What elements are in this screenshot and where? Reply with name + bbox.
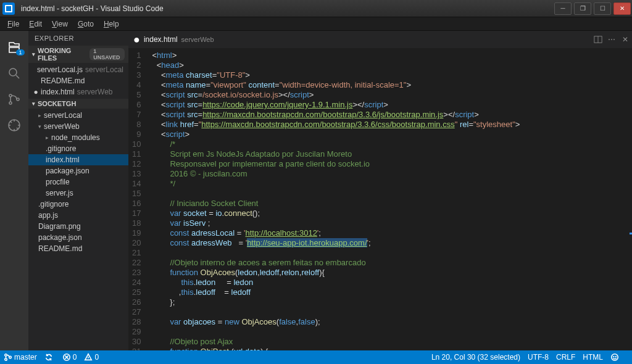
file-item[interactable]: .gitignore [28,143,128,154]
restore-button[interactable]: ❐ [574,2,591,15]
editor-tabs: ● index.html serverWeb ⋯ ✕ [128,31,632,48]
working-file[interactable]: serverLocal.jsserverLocal [28,64,128,75]
status-feedback-icon[interactable] [610,353,621,362]
working-files-badge: 1 UNSAVED [89,48,125,60]
folder-label: SOCKETGH [38,100,76,107]
svg-point-1 [9,94,12,97]
svg-point-8 [5,358,7,361]
split-editor-icon[interactable] [591,33,605,46]
debug-icon[interactable] [5,116,23,134]
svg-point-2 [9,102,12,104]
working-files-list: serverLocal.jsserverLocalREADME.md●index… [28,63,128,99]
file-item[interactable]: package.json [28,232,128,243]
file-item[interactable]: app.js [28,210,128,221]
status-branch[interactable]: master [4,353,37,362]
working-files-label: WORKING FILES [38,47,86,62]
file-item[interactable]: procfile [28,176,128,188]
status-errors[interactable]: 0 [62,353,77,362]
working-files-header[interactable]: ▾ WORKING FILES 1 UNSAVED [28,46,128,63]
tab-path: serverWeb [181,36,214,43]
branch-name: master [14,353,37,362]
maximize-button[interactable]: ☐ [594,2,611,15]
status-language[interactable]: HTML [583,353,603,362]
menu-view[interactable]: View [47,19,73,30]
tab-filename[interactable]: index.html [144,35,178,44]
folder-item[interactable]: node_modules [28,132,128,143]
svg-point-13 [615,357,616,357]
status-warnings[interactable]: 0 [84,353,99,362]
status-eol[interactable]: CRLF [556,353,575,362]
menu-edit[interactable]: Edit [24,19,47,30]
svg-point-11 [612,354,618,361]
minimize-button[interactable]: ─ [554,2,572,15]
folder-tree: serverLocalserverWebnode_modules.gitigno… [28,109,128,255]
code-editor[interactable]: 1234567891011121314151617181920212223242… [128,48,632,350]
activity-bar: 1 [0,31,28,350]
editor-area: ● index.html serverWeb ⋯ ✕ 1234567891011… [128,31,632,350]
more-actions-icon[interactable]: ⋯ [605,33,618,46]
status-encoding[interactable]: UTF-8 [528,353,549,362]
menu-bar: File Edit View Goto Help [0,17,632,31]
menu-goto[interactable]: Goto [73,19,99,30]
chevron-down-icon: ▾ [32,101,35,107]
git-icon[interactable] [5,90,23,109]
file-item[interactable]: Diagram.png [28,221,128,232]
vscode-icon [2,2,15,15]
file-item[interactable]: README.md [28,243,128,254]
explorer-badge: 1 [16,49,24,56]
menu-help[interactable]: Help [99,19,124,30]
folder-item[interactable]: serverWeb [28,121,128,132]
close-button[interactable]: ✕ [613,2,631,15]
file-item[interactable]: index.html [28,154,128,165]
chevron-down-icon: ▾ [32,51,35,57]
window-title: index.html - socketGH - Visual Studio Co… [21,4,164,13]
file-item[interactable]: server.js [28,188,128,199]
working-file[interactable]: ●index.htmlserverWeb [28,86,128,97]
close-all-icon[interactable]: ✕ [618,33,632,46]
code-lines[interactable]: <html> <head> <meta charset="UTF-8"> <me… [147,48,626,350]
title-bar: index.html - socketGH - Visual Studio Co… [0,0,632,17]
explorer-icon[interactable]: 1 [5,38,23,57]
file-item[interactable]: package.json [28,165,128,176]
working-file[interactable]: README.md [28,75,128,86]
svg-point-7 [5,354,7,357]
status-sync[interactable] [44,353,55,362]
dirty-indicator-icon: ● [133,34,140,45]
svg-point-0 [9,68,17,76]
explorer-sidebar: EXPLORER ▾ WORKING FILES 1 UNSAVED serve… [28,31,128,350]
folder-item[interactable]: serverLocal [28,110,128,121]
status-position[interactable]: Ln 20, Col 30 (32 selected) [431,353,520,362]
status-bar: master 0 0 Ln 20, Col 30 (32 selected) U… [0,350,632,364]
explorer-title: EXPLORER [28,31,128,46]
search-icon[interactable] [5,64,23,83]
svg-point-12 [613,357,614,357]
file-item[interactable]: .gitignore [28,199,128,210]
line-gutter: 1234567891011121314151617181920212223242… [128,48,147,350]
folder-header[interactable]: ▾ SOCKETGH [28,99,128,109]
menu-file[interactable]: File [2,19,24,30]
window-buttons: ─ ❐ ☐ ✕ [553,1,632,16]
overview-ruler[interactable] [626,48,632,350]
